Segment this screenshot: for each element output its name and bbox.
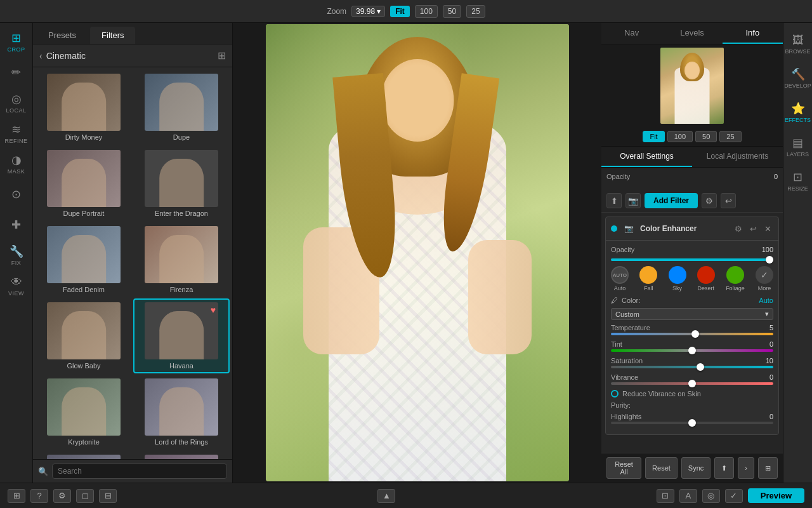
overall-section: Opacity 0 (601, 168, 783, 189)
mode-foliage[interactable]: Foliage (726, 266, 745, 291)
zoom-100-btn[interactable]: 100 (415, 5, 438, 18)
zoom-value[interactable]: 39.98 ▾ (351, 6, 385, 17)
tab-local-adjustments[interactable]: Local Adjustments (692, 147, 783, 167)
mode-auto[interactable]: AUTO Auto (611, 266, 629, 291)
nav-zoom-fit[interactable]: Fit (643, 131, 664, 142)
zoom-50-btn[interactable]: 50 (443, 5, 461, 18)
reduce-vibrance-label: Reduce Vibrance on Skin (622, 390, 701, 398)
ce-settings-btn[interactable]: ⚙ (733, 224, 744, 234)
purity-label: Purity: (611, 401, 631, 409)
bottom-help-btn[interactable]: ? (30, 489, 48, 503)
tool-view[interactable]: 👁 VIEW (3, 272, 30, 300)
tool-heal[interactable]: ✚ (3, 211, 30, 239)
preset-11[interactable] (36, 451, 132, 459)
nav-zoom-50[interactable]: 50 (695, 131, 717, 142)
ce-undo-btn[interactable]: ↩ (748, 224, 759, 234)
mode-sky[interactable]: Sky (669, 266, 686, 291)
bottom-view-double-btn[interactable]: ⊟ (99, 489, 117, 503)
bottom-frame-btn[interactable]: ⊡ (657, 489, 674, 503)
reset-icon-btn[interactable]: ↩ (721, 193, 736, 208)
bottom-circle-btn[interactable]: ◎ (702, 489, 720, 503)
develop-icon-item[interactable]: 🔨 DEVELOP (785, 62, 811, 94)
tab-overall-settings[interactable]: Overall Settings (601, 147, 692, 167)
tool-crop[interactable]: ⊞ CROP (3, 28, 30, 56)
reduce-vibrance-row[interactable]: Reduce Vibrance on Skin (611, 390, 773, 398)
tab-nav[interactable]: Nav (601, 23, 662, 44)
resize-icon-item[interactable]: ⊡ RESIZE (785, 165, 811, 197)
preset-dupe[interactable]: Dupe (133, 70, 230, 145)
preset-dupe-portrait[interactable]: Dupe Portrait (36, 146, 132, 221)
export-icon-btn[interactable]: ⬆ (606, 193, 622, 208)
preview-button[interactable]: Preview (748, 488, 804, 503)
back-icon[interactable]: ‹ (39, 51, 43, 61)
reset-button[interactable]: Reset (645, 457, 678, 479)
search-input[interactable] (52, 464, 227, 479)
bottom-text-btn[interactable]: A (679, 489, 697, 503)
upload-button[interactable]: ⬆ (714, 457, 734, 479)
sync-button[interactable]: Sync (681, 457, 710, 479)
layers-icon: ▤ (792, 136, 803, 150)
camera-icon-btn[interactable]: 📷 (625, 193, 641, 208)
mode-more[interactable]: ✓ More (756, 266, 773, 291)
bottom-view-single-btn[interactable]: ◻ (76, 489, 94, 503)
zoom-25-btn[interactable]: 25 (466, 5, 485, 18)
highlights-slider[interactable]: Highlights 0 (611, 413, 773, 424)
effects-icon-item[interactable]: ⭐ EFFECTS (785, 97, 811, 128)
custom-dropdown[interactable]: Custom ▾ (611, 308, 773, 320)
preset-glow-baby[interactable]: Glow Baby (36, 298, 132, 373)
tab-presets[interactable]: Presets (37, 27, 88, 44)
add-filter-button[interactable]: Add Filter (645, 193, 698, 208)
grid-icon[interactable]: ⊞ (218, 50, 226, 62)
fix-label: FIX (11, 260, 22, 266)
left-toolbar: ⊞ CROP ✏ ◎ LOCAL ≋ REFINE ◑ MASK ⊙ ✚ 🔧 F… (0, 23, 33, 483)
nav-zoom-buttons: Fit 100 50 25 (601, 127, 783, 146)
bottom-settings-btn[interactable]: ⚙ (53, 489, 71, 503)
tint-slider[interactable]: Tint 0 (611, 340, 773, 352)
preset-dirty-money[interactable]: Dirty Money (36, 70, 132, 145)
settings-icon-btn[interactable]: ⚙ (702, 193, 717, 208)
bottom-check-btn[interactable]: ✓ (725, 489, 743, 503)
preset-label-firenza: Firenza (170, 286, 193, 293)
reduce-vibrance-checkbox[interactable] (611, 390, 619, 398)
nav-zoom-25[interactable]: 25 (719, 131, 741, 142)
tool-brush[interactable]: ✏ (3, 58, 30, 86)
mode-desert[interactable]: Desert (697, 266, 715, 291)
vibrance-slider[interactable]: Vibrance 0 (611, 373, 773, 385)
ce-close-btn[interactable]: ✕ (763, 224, 773, 234)
tool-clone[interactable]: ⊙ (3, 180, 30, 208)
bottom-up-btn[interactable]: ▲ (377, 489, 395, 503)
color-modes: AUTO Auto Fall Sky (611, 266, 773, 291)
preset-lord-rings[interactable]: Lord of the Rings (133, 375, 230, 450)
tab-info[interactable]: Info (723, 23, 783, 44)
mode-fall[interactable]: Fall (639, 266, 657, 291)
tool-fix[interactable]: 🔧 FIX (3, 241, 30, 269)
tab-levels[interactable]: Levels (662, 23, 722, 44)
layers-icon-item[interactable]: ▤ LAYERS (785, 131, 811, 163)
fit-btn[interactable]: Fit (390, 6, 410, 17)
tool-refine[interactable]: ≋ REFINE (3, 119, 30, 147)
develop-icon: 🔨 (791, 67, 805, 81)
search-icon: 🔍 (38, 467, 48, 476)
cinematic-title: Cinematic (46, 51, 86, 61)
presets-panel: Presets Filters ‹ Cinematic ⊞ Dirty Mone… (33, 23, 233, 483)
tool-mask[interactable]: ◑ MASK (3, 150, 30, 178)
adj-tabs: Overall Settings Local Adjustments (601, 147, 783, 168)
arrow-btn[interactable]: › (738, 457, 754, 479)
ce-active-dot[interactable] (611, 225, 617, 232)
preset-kryptonite[interactable]: Kryptonite (36, 375, 132, 450)
ce-camera-btn[interactable]: 📷 (621, 221, 636, 236)
nav-zoom-100[interactable]: 100 (667, 131, 693, 142)
grid-view-btn[interactable]: ⊞ (758, 457, 778, 479)
preset-havana[interactable]: ♥ Havana (133, 298, 230, 373)
bottom-grid-btn[interactable]: ⊞ (8, 489, 25, 503)
reset-all-button[interactable]: Reset All (606, 457, 641, 479)
preset-faded-denim[interactable]: Faded Denim (36, 222, 132, 297)
saturation-slider[interactable]: Saturation 10 (611, 357, 773, 368)
preset-enter-dragon[interactable]: Enter the Dragon (133, 146, 230, 221)
tool-local[interactable]: ◎ LOCAL (3, 89, 30, 117)
temperature-slider[interactable]: Temperature 5 (611, 324, 773, 335)
tab-filters[interactable]: Filters (90, 27, 135, 44)
preset-12[interactable] (133, 451, 230, 459)
preset-firenza[interactable]: Firenza (133, 222, 230, 297)
browse-icon-item[interactable]: 🖼 BROWSE (785, 28, 811, 60)
